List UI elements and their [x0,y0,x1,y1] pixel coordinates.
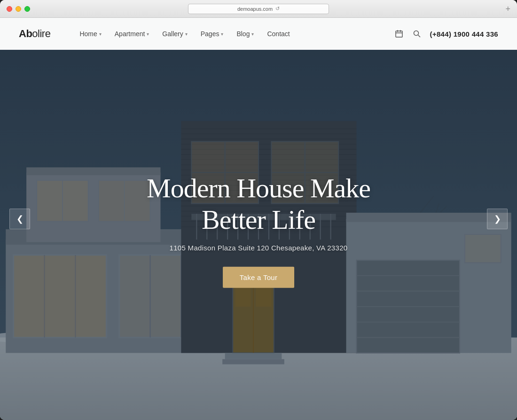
site-logo[interactable]: Abolire [19,28,50,40]
chevron-down-icon: ▾ [221,31,223,37]
url-bar[interactable]: demoapus.com ↺ [188,4,329,14]
new-tab-button[interactable]: + [505,5,510,13]
nav-right: (+844) 1900 444 336 [394,29,498,39]
logo-bold: Ab [19,28,32,39]
nav-label-home: Home [79,30,97,38]
nav-item-blog[interactable]: Blog ▾ [231,26,259,41]
nav-label-blog: Blog [236,30,250,38]
url-text: demoapus.com [237,6,273,12]
titlebar: demoapus.com ↺ + [0,0,517,18]
chevron-left-icon: ❮ [16,214,24,224]
logo-light: olire [32,28,50,39]
nav-links: Home ▾ Apartment ▾ Gallery ▾ Pages ▾ [74,26,394,41]
minimize-button[interactable] [16,6,21,12]
chevron-right-icon: ❯ [494,214,501,224]
nav-item-pages[interactable]: Pages ▾ [195,26,229,41]
chevron-down-icon: ▾ [251,31,254,37]
svg-point-115 [414,31,418,36]
carousel-next-button[interactable]: ❯ [487,209,508,229]
traffic-lights [7,6,30,12]
nav-label-pages: Pages [201,30,219,38]
navbar: Abolire Home ▾ Apartment ▾ Gallery ▾ [0,18,517,50]
maximize-button[interactable] [24,6,30,12]
take-a-tour-button[interactable]: Take a Tour [223,267,295,288]
chevron-down-icon: ▾ [99,31,102,37]
hero-content: Modern House Make Better Life 1105 Madis… [147,173,370,288]
hero-address: 1105 Madison Plaza Suite 120 Chesapeake,… [147,244,370,252]
close-button[interactable] [7,6,12,12]
carousel-prev-button[interactable]: ❮ [9,209,30,229]
calendar-icon[interactable] [394,29,404,39]
chevron-down-icon: ▾ [185,31,188,37]
nav-item-home[interactable]: Home ▾ [74,26,107,41]
reload-button[interactable]: ↺ [275,6,280,12]
mac-window: demoapus.com ↺ + [0,0,517,420]
nav-label-gallery: Gallery [162,30,183,38]
hero-title: Modern House Make Better Life [147,173,370,235]
nav-item-contact[interactable]: Contact [261,26,295,41]
nav-item-apartment[interactable]: Apartment ▾ [109,26,155,41]
hero-section: Abolire Home ▾ Apartment ▾ Gallery ▾ [0,18,517,420]
nav-label-apartment: Apartment [115,30,145,38]
browser-content: Abolire Home ▾ Apartment ▾ Gallery ▾ [0,18,517,420]
phone-number: (+844) 1900 444 336 [430,30,498,38]
svg-line-116 [418,35,420,38]
nav-label-contact: Contact [267,30,290,38]
nav-item-gallery[interactable]: Gallery ▾ [157,26,193,41]
search-icon[interactable] [412,29,422,39]
chevron-down-icon: ▾ [147,31,149,37]
svg-rect-111 [396,31,402,37]
